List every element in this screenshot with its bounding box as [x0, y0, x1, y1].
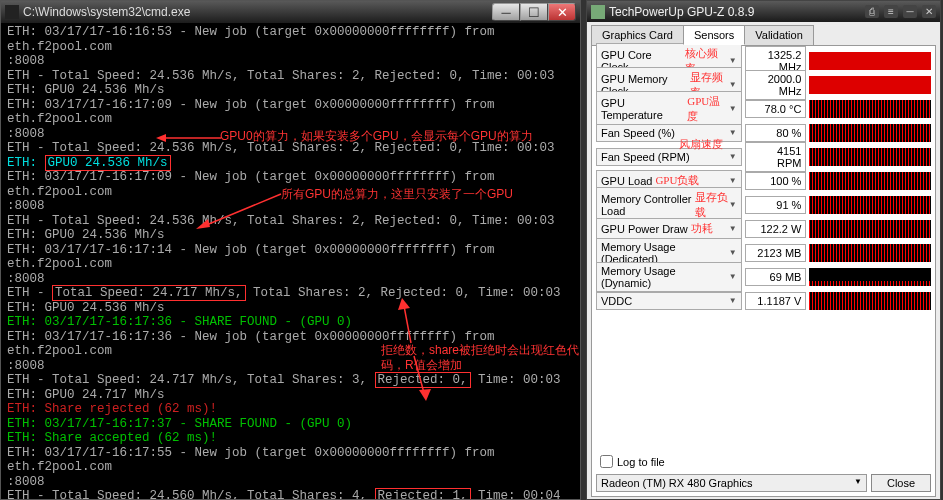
output-line: ETH: 03/17/17-16:17:36 - New job (target… — [7, 330, 574, 359]
sensor-label[interactable]: GPU Power Draw功耗▼ — [596, 218, 742, 239]
sensor-label[interactable]: GPU TemperatureGPU温度▼ — [596, 91, 742, 127]
gpuz-title-text: TechPowerUp GPU-Z 0.8.9 — [609, 5, 754, 19]
output-line: ETH: 03/17/17-16:17:36 - SHARE FOUND - (… — [7, 315, 574, 330]
sensor-value: 78.0 °C — [745, 100, 807, 118]
close-button[interactable]: Close — [871, 474, 931, 492]
output-line: ETH: 03/17/17-16:16:53 - New job (target… — [7, 25, 574, 54]
gpuz-icon — [591, 5, 605, 19]
log-checkbox[interactable] — [600, 455, 613, 468]
output-line: :8008 — [7, 127, 574, 142]
sensor-graph — [809, 100, 931, 118]
sensor-graph — [809, 148, 931, 166]
output-line: ETH: 03/17/17-16:17:37 - SHARE FOUND - (… — [7, 417, 574, 432]
minimize-icon[interactable]: ─ — [903, 5, 917, 18]
sensor-value: 69 MB — [745, 268, 807, 286]
output-line: :8008 — [7, 54, 574, 69]
sensor-row: Memory Controller Load显存负载▼91 % — [596, 194, 931, 215]
output-line: ETH: GPU0 24.536 Mh/s — [7, 156, 574, 171]
sensor-row: Memory Usage (Dedicated)▼2123 MB — [596, 242, 931, 263]
sensor-graph — [809, 292, 931, 310]
sensor-graph — [809, 124, 931, 142]
tab-sensors[interactable]: Sensors — [683, 25, 745, 45]
sensor-graph — [809, 268, 931, 286]
gpuz-titlebar[interactable]: TechPowerUp GPU-Z 0.8.9 ⎙ ≡ ─ ✕ — [587, 1, 940, 22]
sensor-value: 4151 RPM — [745, 142, 807, 172]
sensor-graph — [809, 220, 931, 238]
cmd-output: ETH: 03/17/17-16:16:53 - New job (target… — [1, 23, 580, 499]
output-line: ETH - Total Speed: 24.717 Mh/s, Total Sh… — [7, 286, 574, 301]
output-line: ETH: 03/17/17-16:17:55 - New job (target… — [7, 446, 574, 475]
sensor-row: VDDC▼1.1187 V — [596, 290, 931, 311]
output-line: ETH: Share rejected (62 ms)! — [7, 402, 574, 417]
output-line: ETH: GPU0 24.536 Mh/s — [7, 228, 574, 243]
output-line: ETH - Total Speed: 24.536 Mh/s, Total Sh… — [7, 69, 574, 84]
minimize-button[interactable]: ─ — [492, 3, 520, 21]
output-line: :8008 — [7, 359, 574, 374]
sensor-graph — [809, 172, 931, 190]
cmd-title-text: C:\Windows\system32\cmd.exe — [23, 5, 190, 19]
maximize-button[interactable]: ☐ — [520, 3, 548, 21]
close-icon[interactable]: ✕ — [922, 5, 936, 18]
tab-validation[interactable]: Validation — [744, 25, 814, 45]
output-line: ETH: 03/17/17-16:17:09 - New job (target… — [7, 170, 574, 199]
sensor-value: 2123 MB — [745, 244, 807, 262]
log-to-file[interactable]: Log to file — [600, 455, 665, 468]
sensor-row: GPU TemperatureGPU温度▼78.0 °C — [596, 98, 931, 119]
sensor-row: Memory Usage (Dynamic)▼69 MB — [596, 266, 931, 287]
sensor-graph — [809, 196, 931, 214]
output-line: ETH - Total Speed: 24.536 Mh/s, Total Sh… — [7, 214, 574, 229]
gpuz-window: TechPowerUp GPU-Z 0.8.9 ⎙ ≡ ─ ✕ Graphics… — [586, 0, 941, 500]
log-label: Log to file — [617, 456, 665, 468]
output-line: :8008 — [7, 272, 574, 287]
sensor-value: 100 % — [745, 172, 807, 190]
camera-icon[interactable]: ⎙ — [865, 5, 879, 18]
output-line: ETH - Total Speed: 24.536 Mh/s, Total Sh… — [7, 141, 574, 156]
output-line: ETH: GPU0 24.536 Mh/s — [7, 301, 574, 316]
sensor-label[interactable]: Memory Usage (Dynamic)▼ — [596, 262, 742, 292]
output-line: ETH: 03/17/17-16:17:09 - New job (target… — [7, 98, 574, 127]
sensor-value: 1.1187 V — [745, 292, 807, 310]
output-line: ETH: GPU0 24.536 Mh/s — [7, 83, 574, 98]
sensor-value: 91 % — [745, 196, 807, 214]
sensor-graph — [809, 244, 931, 262]
cmd-icon — [5, 5, 19, 19]
sensor-row: Fan Speed (%)▼80 % — [596, 122, 931, 143]
sensor-graph — [809, 76, 931, 94]
output-line: :8008 — [7, 475, 574, 490]
sensor-graph — [809, 52, 931, 70]
output-line: :8008 — [7, 199, 574, 214]
cmd-titlebar[interactable]: C:\Windows\system32\cmd.exe ─ ☐ ✕ — [1, 1, 580, 23]
sensor-value: 122.2 W — [745, 220, 807, 238]
sensors-panel: GPU Core Clock核心频率▼1325.2 MHzGPU Memory … — [591, 45, 936, 497]
output-line: ETH: GPU0 24.717 Mh/s — [7, 388, 574, 403]
sensor-label[interactable]: VDDC▼ — [596, 292, 742, 310]
sensor-value: 2000.0 MHz — [745, 70, 807, 100]
output-line: ETH: 03/17/17-16:17:14 - New job (target… — [7, 243, 574, 272]
cmd-window: C:\Windows\system32\cmd.exe ─ ☐ ✕ ETH: 0… — [0, 0, 581, 500]
sensor-value: 80 % — [745, 124, 807, 142]
sensor-row: GPU Power Draw功耗▼122.2 W — [596, 218, 931, 239]
gpu-select[interactable]: Radeon (TM) RX 480 Graphics ▼ — [596, 474, 867, 492]
output-line: ETH - Total Speed: 24.717 Mh/s, Total Sh… — [7, 373, 574, 388]
output-line: ETH: Share accepted (62 ms)! — [7, 431, 574, 446]
sensor-row: Fan Speed (RPM)风扇速度▼4151 RPM — [596, 146, 931, 167]
close-button[interactable]: ✕ — [548, 3, 576, 21]
output-line: ETH - Total Speed: 24.560 Mh/s, Total Sh… — [7, 489, 574, 499]
menu-icon[interactable]: ≡ — [884, 5, 898, 18]
sensor-label[interactable]: Fan Speed (RPM)风扇速度▼ — [596, 148, 742, 166]
